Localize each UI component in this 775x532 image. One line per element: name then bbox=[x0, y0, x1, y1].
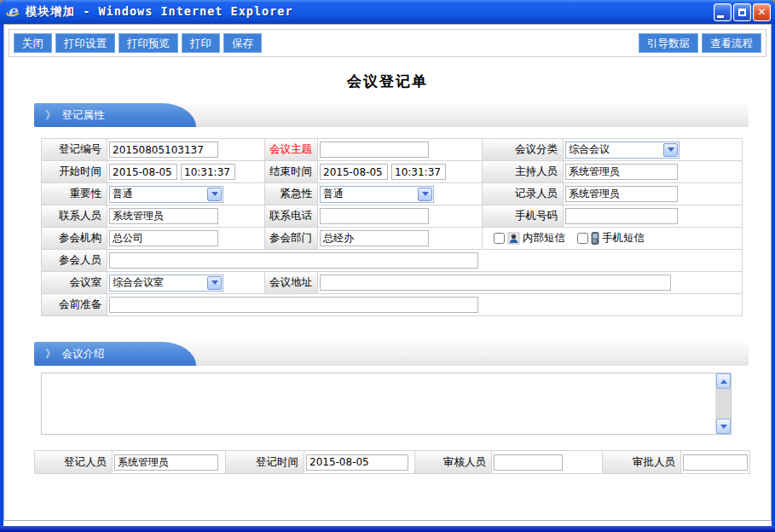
section-tab: 》登记属性 bbox=[34, 103, 162, 127]
reg-time-input[interactable] bbox=[306, 454, 408, 471]
phone-icon bbox=[591, 232, 599, 245]
field-category: 综合会议 bbox=[564, 139, 743, 161]
internal-sms-checkbox[interactable] bbox=[494, 233, 505, 244]
minimize-icon bbox=[717, 15, 724, 18]
meeting-intro-box bbox=[41, 373, 732, 435]
print-preview-button[interactable]: 打印预览 bbox=[119, 33, 178, 53]
field-reg-time bbox=[304, 451, 415, 474]
guide-data-button[interactable]: 引导数据 bbox=[639, 33, 698, 53]
scroll-up-button[interactable] bbox=[716, 373, 731, 389]
label-dept: 参会部门 bbox=[265, 228, 318, 250]
section-registration-properties: 》登记属性 bbox=[34, 103, 749, 127]
window-controls: ✕ bbox=[714, 3, 771, 21]
save-button[interactable]: 保存 bbox=[223, 33, 262, 53]
address-input[interactable] bbox=[320, 275, 671, 291]
start-date-input[interactable] bbox=[109, 164, 177, 180]
label-importance: 重要性 bbox=[42, 183, 107, 205]
field-reviewer bbox=[492, 451, 603, 474]
label-attendees: 参会人员 bbox=[42, 250, 107, 272]
dept-input[interactable] bbox=[320, 230, 429, 246]
section-title: 登记属性 bbox=[62, 108, 105, 121]
meeting-intro-textarea[interactable] bbox=[42, 373, 715, 434]
chevron-down-icon bbox=[663, 143, 678, 157]
browser-window: e 模块增加 - Windows Internet Explorer ✕ 关闭 … bbox=[0, 0, 775, 532]
field-attendees bbox=[107, 250, 743, 272]
end-date-input[interactable] bbox=[320, 164, 388, 180]
maximize-icon bbox=[738, 9, 746, 16]
mobile-sms-option[interactable]: 手机短信 bbox=[577, 231, 645, 246]
content-area: 关闭 打印设置 打印预览 打印 保存 引导数据 查看流程 会议登记单 》登记属性 bbox=[3, 24, 772, 521]
field-address bbox=[318, 272, 743, 294]
intro-scrollbar[interactable] bbox=[715, 373, 731, 434]
print-button[interactable]: 打印 bbox=[182, 33, 220, 53]
attendees-input[interactable] bbox=[109, 252, 478, 269]
scroll-down-button[interactable] bbox=[716, 419, 731, 434]
importance-select[interactable]: 普通 bbox=[109, 186, 223, 203]
field-prep bbox=[107, 294, 743, 316]
org-input[interactable] bbox=[109, 230, 218, 246]
registrant-input[interactable] bbox=[114, 454, 218, 471]
maximize-button[interactable] bbox=[733, 3, 751, 21]
close-icon: ✕ bbox=[757, 7, 766, 17]
label-reviewer: 审核人员 bbox=[415, 451, 492, 474]
field-start-time bbox=[107, 161, 265, 183]
field-dept bbox=[318, 228, 483, 250]
label-host: 主持人员 bbox=[483, 161, 564, 183]
field-urgency: 普通 bbox=[318, 183, 483, 205]
label-end-time: 结束时间 bbox=[265, 161, 318, 183]
close-page-button[interactable]: 关闭 bbox=[14, 33, 52, 53]
mobile-sms-checkbox[interactable] bbox=[577, 233, 588, 244]
internal-sms-option[interactable]: 内部短信 bbox=[494, 231, 565, 246]
host-input[interactable] bbox=[565, 164, 678, 180]
field-approver bbox=[681, 451, 750, 474]
subject-input[interactable] bbox=[320, 142, 429, 158]
label-reg-no: 登记编号 bbox=[42, 139, 107, 161]
view-workflow-button[interactable]: 查看流程 bbox=[702, 33, 761, 53]
arrow-down-icon bbox=[720, 425, 727, 429]
recorder-input[interactable] bbox=[565, 186, 678, 202]
print-setup-button[interactable]: 打印设置 bbox=[55, 33, 115, 53]
end-clock-input[interactable] bbox=[391, 164, 446, 180]
field-registrant bbox=[113, 451, 226, 474]
label-address: 会议地址 bbox=[265, 272, 318, 294]
label-subject: 会议主题 bbox=[265, 139, 318, 161]
contact-input[interactable] bbox=[109, 208, 218, 224]
label-urgency: 紧急性 bbox=[265, 183, 318, 205]
window-title: 模块增加 - Windows Internet Explorer bbox=[26, 4, 293, 20]
chevron-down-icon bbox=[418, 188, 432, 201]
label-approver: 审批人员 bbox=[603, 451, 681, 474]
field-host bbox=[564, 161, 743, 183]
label-prep: 会前准备 bbox=[42, 294, 107, 316]
field-reg-no bbox=[107, 139, 265, 161]
label-start-time: 开始时间 bbox=[42, 161, 107, 183]
scrollbar-track[interactable] bbox=[716, 389, 731, 419]
close-button[interactable]: ✕ bbox=[753, 3, 771, 21]
start-clock-input[interactable] bbox=[181, 164, 235, 180]
room-select[interactable]: 综合会议室 bbox=[109, 275, 223, 292]
section-meeting-intro: 》会议介绍 bbox=[34, 342, 749, 366]
field-contact bbox=[107, 205, 265, 228]
section-marker-icon: 》 bbox=[45, 347, 56, 360]
titlebar[interactable]: e 模块增加 - Windows Internet Explorer ✕ bbox=[0, 0, 775, 24]
chevron-down-icon bbox=[207, 188, 222, 201]
label-phone: 联系电话 bbox=[265, 205, 318, 228]
mobile-input[interactable] bbox=[565, 208, 678, 224]
label-reg-time: 登记时间 bbox=[226, 451, 304, 474]
reviewer-input[interactable] bbox=[494, 454, 563, 471]
phone-input[interactable] bbox=[320, 208, 429, 224]
prep-input[interactable] bbox=[109, 297, 478, 313]
category-select[interactable]: 综合会议 bbox=[565, 142, 680, 159]
section-marker-icon: 》 bbox=[45, 108, 56, 121]
label-org: 参会机构 bbox=[42, 228, 107, 250]
urgency-select[interactable]: 普通 bbox=[320, 186, 434, 203]
reg-no-input[interactable] bbox=[109, 142, 218, 158]
person-icon bbox=[507, 232, 520, 245]
page-title: 会议登记单 bbox=[4, 72, 771, 91]
toolbar: 关闭 打印设置 打印预览 打印 保存 引导数据 查看流程 bbox=[9, 29, 766, 57]
field-importance: 普通 bbox=[107, 183, 265, 205]
internet-explorer-icon: e bbox=[6, 4, 21, 20]
audit-footer-table: 登记人员 登记时间 审核人员 审批人员 bbox=[34, 450, 749, 474]
minimize-button[interactable] bbox=[714, 3, 732, 21]
window-frame: 关闭 打印设置 打印预览 打印 保存 引导数据 查看流程 会议登记单 》登记属性 bbox=[3, 24, 772, 526]
approver-input[interactable] bbox=[683, 454, 748, 471]
